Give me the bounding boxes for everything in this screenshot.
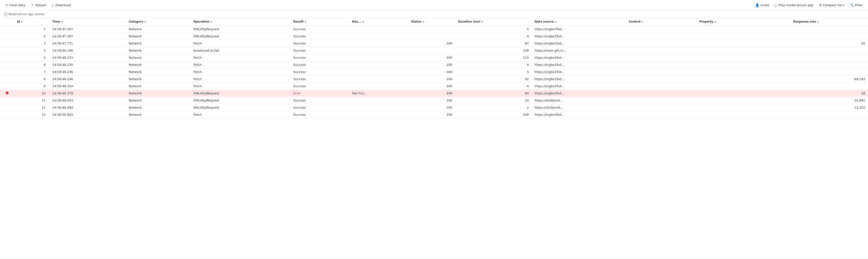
cell-control — [626, 76, 696, 83]
cell-property — [696, 83, 790, 90]
th-responsesize[interactable]: Response size ∨ — [790, 18, 868, 25]
cell-responsesize: 28 — [790, 90, 868, 97]
filter-button[interactable]: 🔍 Filter — [847, 2, 865, 8]
cell-duration: 4 — [455, 33, 532, 40]
cell-status: 200 — [408, 104, 455, 111]
row-indicator — [0, 97, 14, 104]
table-row[interactable]: 814:58:48.296NetworkFetchSuccess20092htt… — [0, 76, 868, 83]
cell-operation: XMLHttpRequest — [190, 97, 290, 104]
cell-time: 14:58:48.235 — [50, 61, 126, 68]
table-row[interactable]: 114:58:47.167NetworkXMLHttpRequestSucces… — [0, 25, 868, 33]
cell-duration: 4 — [455, 61, 532, 68]
cell-operation: Fetch — [190, 54, 290, 61]
play-model-driven-app-button[interactable]: ▷ Play model-driven app — [773, 2, 816, 8]
th-category[interactable]: Category ∨ — [126, 18, 190, 25]
cell-property — [696, 90, 790, 97]
cell-duration: 5 — [455, 68, 532, 76]
cell-status: 200 — [408, 97, 455, 104]
cell-responsesize — [790, 25, 868, 33]
th-id[interactable]: Id ∨ — [14, 18, 50, 25]
cell-res — [349, 97, 408, 104]
cell-operation: Fetch — [190, 61, 290, 68]
cell-responsesize — [790, 111, 868, 118]
compact-list-button[interactable]: ☰ Compact list ▾ — [817, 2, 847, 8]
cell-res — [349, 25, 408, 33]
toolbar-right: 👤 Invite ▷ Play model-driven app ☰ Compa… — [753, 2, 865, 8]
datasource-sort-icon: ∨ — [555, 21, 557, 23]
id-sort-icon: ∨ — [21, 21, 23, 23]
table-row[interactable]: 1114:58:48.453NetworkXMLHttpRequestSucce… — [0, 97, 868, 104]
cell-control — [626, 111, 696, 118]
cell-control — [626, 54, 696, 61]
row-indicator — [0, 111, 14, 118]
cell-responsesize — [790, 54, 868, 61]
th-control[interactable]: Control ∨ — [626, 18, 696, 25]
row-indicator — [0, 61, 14, 68]
cell-status: 200 — [408, 68, 455, 76]
cell-control — [626, 40, 696, 47]
cell-control — [626, 97, 696, 104]
cell-res — [349, 104, 408, 111]
res-sort-icon: ∨ — [362, 21, 364, 23]
th-result[interactable]: Result ∨ — [290, 18, 349, 25]
cell-category: Network — [126, 54, 190, 61]
th-status[interactable]: Status ∨ — [408, 18, 455, 25]
download-button[interactable]: ↓ Download — [49, 2, 73, 8]
th-time[interactable]: Time ∨ — [50, 18, 126, 25]
cell-result: Success — [290, 47, 349, 54]
cell-res — [349, 68, 408, 76]
table-row[interactable]: 614:58:48.235NetworkFetchSuccess2004http… — [0, 61, 868, 68]
cell-id: 1 — [14, 25, 50, 33]
invite-button[interactable]: 👤 Invite — [753, 2, 771, 8]
cell-category: Network — [126, 40, 190, 47]
cell-result: Success — [290, 97, 349, 104]
th-datasource[interactable]: Data source ∨ — [532, 18, 626, 25]
control-sort-icon: ∨ — [642, 21, 643, 23]
cell-category: Network — [126, 33, 190, 40]
cell-category: Network — [126, 83, 190, 90]
cell-category: Network — [126, 97, 190, 104]
cell-result: Success — [290, 54, 349, 61]
cell-datasource: https://orgbe1fed... — [532, 76, 626, 83]
cell-control — [626, 68, 696, 76]
th-res[interactable]: Res... ∨ — [349, 18, 408, 25]
cell-datasource: https://mem.gfx.m... — [532, 47, 626, 54]
cell-status: 404 — [408, 90, 455, 97]
clear-data-button[interactable]: ✕ Clear data — [3, 2, 28, 8]
cell-result: Success — [290, 68, 349, 76]
th-duration[interactable]: Duration (ms) ∨ — [455, 18, 532, 25]
cell-duration: 24 — [455, 97, 532, 104]
table-row[interactable]: 914:58:48.324NetworkFetchSuccess2004http… — [0, 83, 868, 90]
cell-res — [349, 111, 408, 118]
cell-status: 200 — [408, 40, 455, 47]
cell-property — [696, 61, 790, 68]
cell-status — [408, 25, 455, 33]
cell-time: 14:58:48.296 — [50, 76, 126, 83]
error-indicator — [6, 91, 8, 94]
cell-duration: 84 — [455, 90, 532, 97]
table-row[interactable]: 1014:58:48.378NetworkXMLHttpRequestError… — [0, 90, 868, 97]
cell-operation: Fetch — [190, 111, 290, 118]
upload-button[interactable]: ↑ Upload — [29, 2, 48, 8]
cell-time: 14:58:48.324 — [50, 83, 126, 90]
cell-id: 4 — [14, 47, 50, 54]
table-row[interactable]: 414:58:48.106NetworkAssetLoad.ScriptSucc… — [0, 47, 868, 54]
table-row[interactable]: 514:58:48.233NetworkFetchSuccess200115ht… — [0, 54, 868, 61]
table-row[interactable]: 214:58:47.167NetworkXMLHttpRequestSucces… — [0, 33, 868, 40]
row-indicator — [0, 54, 14, 61]
table-row[interactable]: 1214:58:48.494NetworkXMLHttpRequestSucce… — [0, 104, 868, 111]
cell-control — [626, 104, 696, 111]
cell-property — [696, 54, 790, 61]
cell-datasource: https://shellprod... — [532, 104, 626, 111]
table-row[interactable]: 1314:58:50.922NetworkFetchSuccess200348h… — [0, 111, 868, 118]
table-row[interactable]: 314:58:47.771NetworkFetchSuccess20087htt… — [0, 40, 868, 47]
upload-icon: ↑ — [31, 3, 34, 7]
cell-control — [626, 33, 696, 40]
table-row[interactable]: 714:58:48.236NetworkFetchSuccess2005http… — [0, 68, 868, 76]
cell-time: 14:58:47.771 — [50, 40, 126, 47]
property-sort-icon: ∨ — [714, 21, 716, 23]
th-property[interactable]: Property ∨ — [696, 18, 790, 25]
cell-responsesize — [790, 61, 868, 68]
cell-result: Success — [290, 76, 349, 83]
th-operation[interactable]: Operation ∨ — [190, 18, 290, 25]
